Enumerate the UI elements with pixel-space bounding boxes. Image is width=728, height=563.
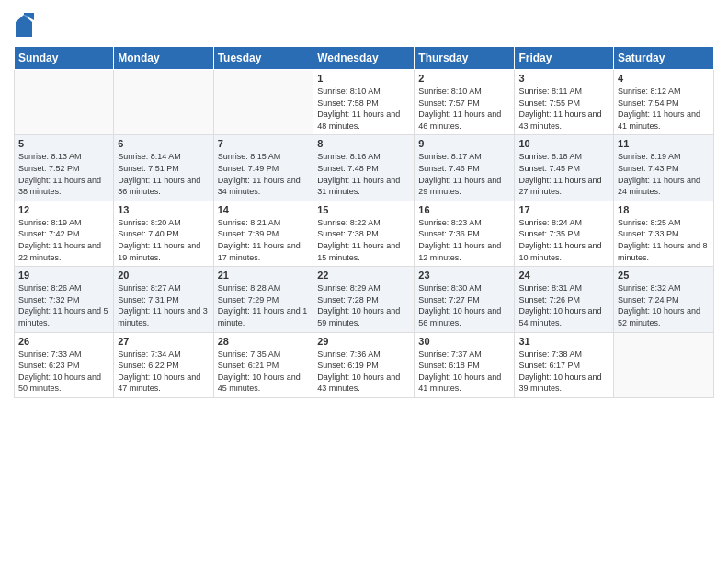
day-info: Sunrise: 8:21 AM Sunset: 7:39 PM Dayligh… <box>218 217 310 263</box>
calendar-cell: 26Sunrise: 7:33 AM Sunset: 6:23 PM Dayli… <box>15 332 114 397</box>
calendar-cell: 31Sunrise: 7:38 AM Sunset: 6:17 PM Dayli… <box>515 332 614 397</box>
day-number: 6 <box>118 138 209 149</box>
day-number: 13 <box>118 204 209 215</box>
calendar-cell: 3Sunrise: 8:11 AM Sunset: 7:55 PM Daylig… <box>515 70 614 135</box>
day-number: 22 <box>317 270 410 281</box>
calendar-cell: 29Sunrise: 7:36 AM Sunset: 6:19 PM Dayli… <box>313 332 415 397</box>
day-info: Sunrise: 8:14 AM Sunset: 7:51 PM Dayligh… <box>118 151 209 197</box>
calendar-cell: 24Sunrise: 8:31 AM Sunset: 7:26 PM Dayli… <box>515 267 614 332</box>
day-number: 30 <box>418 336 510 347</box>
day-info: Sunrise: 8:30 AM Sunset: 7:27 PM Dayligh… <box>418 282 510 328</box>
day-info: Sunrise: 7:35 AM Sunset: 6:21 PM Dayligh… <box>218 349 310 395</box>
day-number: 24 <box>518 270 609 281</box>
day-number: 20 <box>118 270 209 281</box>
day-number: 17 <box>518 204 609 215</box>
calendar-cell: 20Sunrise: 8:27 AM Sunset: 7:31 PM Dayli… <box>114 267 213 332</box>
header-wednesday: Wednesday <box>313 47 415 70</box>
page-header <box>14 9 714 39</box>
day-info: Sunrise: 8:22 AM Sunset: 7:38 PM Dayligh… <box>317 217 410 263</box>
day-number: 31 <box>518 336 609 347</box>
day-info: Sunrise: 8:31 AM Sunset: 7:26 PM Dayligh… <box>518 282 609 328</box>
calendar-cell: 9Sunrise: 8:17 AM Sunset: 7:46 PM Daylig… <box>415 135 515 201</box>
day-info: Sunrise: 8:16 AM Sunset: 7:48 PM Dayligh… <box>317 151 410 197</box>
header-thursday: Thursday <box>415 47 515 70</box>
calendar-cell: 25Sunrise: 8:32 AM Sunset: 7:24 PM Dayli… <box>614 267 714 332</box>
calendar-cell: 6Sunrise: 8:14 AM Sunset: 7:51 PM Daylig… <box>114 135 213 201</box>
header-friday: Friday <box>515 47 614 70</box>
day-number: 7 <box>218 138 310 149</box>
day-number: 12 <box>18 204 109 215</box>
day-info: Sunrise: 8:26 AM Sunset: 7:32 PM Dayligh… <box>18 282 109 328</box>
day-info: Sunrise: 7:33 AM Sunset: 6:23 PM Dayligh… <box>18 349 109 395</box>
day-number: 11 <box>618 138 710 149</box>
day-info: Sunrise: 8:20 AM Sunset: 7:40 PM Dayligh… <box>118 217 209 263</box>
day-info: Sunrise: 7:36 AM Sunset: 6:19 PM Dayligh… <box>317 349 410 395</box>
day-number: 27 <box>118 336 209 347</box>
day-number: 26 <box>18 336 109 347</box>
calendar-week-3: 19Sunrise: 8:26 AM Sunset: 7:32 PM Dayli… <box>15 267 714 332</box>
day-info: Sunrise: 8:10 AM Sunset: 7:58 PM Dayligh… <box>317 86 410 132</box>
calendar-cell: 8Sunrise: 8:16 AM Sunset: 7:48 PM Daylig… <box>313 135 415 201</box>
header-monday: Monday <box>114 47 213 70</box>
day-number: 9 <box>418 138 510 149</box>
day-number: 10 <box>518 138 609 149</box>
day-info: Sunrise: 8:32 AM Sunset: 7:24 PM Dayligh… <box>618 282 710 328</box>
calendar-week-0: 1Sunrise: 8:10 AM Sunset: 7:58 PM Daylig… <box>15 70 714 135</box>
day-number: 1 <box>317 73 410 84</box>
day-number: 5 <box>18 138 109 149</box>
calendar-cell: 1Sunrise: 8:10 AM Sunset: 7:58 PM Daylig… <box>313 70 415 135</box>
day-number: 18 <box>618 204 710 215</box>
logo <box>14 13 38 39</box>
day-number: 15 <box>317 204 410 215</box>
day-number: 4 <box>618 73 710 84</box>
calendar-cell: 18Sunrise: 8:25 AM Sunset: 7:33 PM Dayli… <box>614 201 714 266</box>
calendar-cell: 4Sunrise: 8:12 AM Sunset: 7:54 PM Daylig… <box>614 70 714 135</box>
day-info: Sunrise: 8:23 AM Sunset: 7:36 PM Dayligh… <box>418 217 510 263</box>
calendar-cell: 21Sunrise: 8:28 AM Sunset: 7:29 PM Dayli… <box>213 267 313 332</box>
calendar-week-2: 12Sunrise: 8:19 AM Sunset: 7:42 PM Dayli… <box>15 201 714 266</box>
day-info: Sunrise: 8:15 AM Sunset: 7:49 PM Dayligh… <box>218 151 310 197</box>
calendar-cell: 13Sunrise: 8:20 AM Sunset: 7:40 PM Dayli… <box>114 201 213 266</box>
calendar-cell <box>15 70 114 135</box>
day-number: 16 <box>418 204 510 215</box>
day-info: Sunrise: 8:18 AM Sunset: 7:45 PM Dayligh… <box>518 151 609 197</box>
calendar-cell: 22Sunrise: 8:29 AM Sunset: 7:28 PM Dayli… <box>313 267 415 332</box>
calendar-cell: 7Sunrise: 8:15 AM Sunset: 7:49 PM Daylig… <box>213 135 313 201</box>
header-sunday: Sunday <box>15 47 114 70</box>
calendar-cell: 15Sunrise: 8:22 AM Sunset: 7:38 PM Dayli… <box>313 201 415 266</box>
day-number: 21 <box>218 270 310 281</box>
day-info: Sunrise: 8:27 AM Sunset: 7:31 PM Dayligh… <box>118 282 209 328</box>
calendar-cell <box>114 70 213 135</box>
day-number: 28 <box>218 336 310 347</box>
calendar-cell: 30Sunrise: 7:37 AM Sunset: 6:18 PM Dayli… <box>415 332 515 397</box>
calendar: SundayMondayTuesdayWednesdayThursdayFrid… <box>14 46 714 398</box>
calendar-cell: 17Sunrise: 8:24 AM Sunset: 7:35 PM Dayli… <box>515 201 614 266</box>
day-number: 14 <box>218 204 310 215</box>
day-info: Sunrise: 8:19 AM Sunset: 7:42 PM Dayligh… <box>18 217 109 263</box>
day-info: Sunrise: 8:28 AM Sunset: 7:29 PM Dayligh… <box>218 282 310 328</box>
day-number: 23 <box>418 270 510 281</box>
day-info: Sunrise: 8:10 AM Sunset: 7:57 PM Dayligh… <box>418 86 510 132</box>
calendar-cell: 14Sunrise: 8:21 AM Sunset: 7:39 PM Dayli… <box>213 201 313 266</box>
calendar-cell: 23Sunrise: 8:30 AM Sunset: 7:27 PM Dayli… <box>415 267 515 332</box>
day-number: 19 <box>18 270 109 281</box>
logo-icon <box>14 13 34 39</box>
calendar-cell: 19Sunrise: 8:26 AM Sunset: 7:32 PM Dayli… <box>15 267 114 332</box>
calendar-cell: 2Sunrise: 8:10 AM Sunset: 7:57 PM Daylig… <box>415 70 515 135</box>
day-info: Sunrise: 8:25 AM Sunset: 7:33 PM Dayligh… <box>618 217 710 263</box>
calendar-header-row: SundayMondayTuesdayWednesdayThursdayFrid… <box>15 47 714 70</box>
day-number: 3 <box>518 73 609 84</box>
day-number: 2 <box>418 73 510 84</box>
calendar-cell: 27Sunrise: 7:34 AM Sunset: 6:22 PM Dayli… <box>114 332 213 397</box>
day-info: Sunrise: 7:37 AM Sunset: 6:18 PM Dayligh… <box>418 349 510 395</box>
calendar-cell: 12Sunrise: 8:19 AM Sunset: 7:42 PM Dayli… <box>15 201 114 266</box>
day-info: Sunrise: 8:24 AM Sunset: 7:35 PM Dayligh… <box>518 217 609 263</box>
calendar-cell: 5Sunrise: 8:13 AM Sunset: 7:52 PM Daylig… <box>15 135 114 201</box>
day-info: Sunrise: 8:11 AM Sunset: 7:55 PM Dayligh… <box>518 86 609 132</box>
calendar-cell: 28Sunrise: 7:35 AM Sunset: 6:21 PM Dayli… <box>213 332 313 397</box>
calendar-cell: 10Sunrise: 8:18 AM Sunset: 7:45 PM Dayli… <box>515 135 614 201</box>
day-info: Sunrise: 8:19 AM Sunset: 7:43 PM Dayligh… <box>618 151 710 197</box>
day-info: Sunrise: 7:34 AM Sunset: 6:22 PM Dayligh… <box>118 349 209 395</box>
header-tuesday: Tuesday <box>213 47 313 70</box>
calendar-cell <box>213 70 313 135</box>
